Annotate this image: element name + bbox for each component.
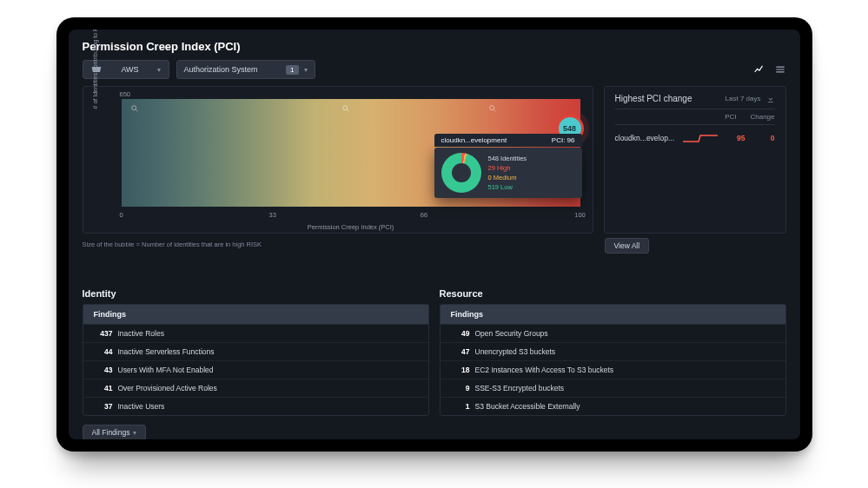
svg-point-0 bbox=[132, 106, 136, 110]
zoom-icon[interactable] bbox=[130, 104, 139, 113]
donut-icon bbox=[441, 153, 481, 193]
tooltip-name: cloudkn...evelopment bbox=[441, 136, 507, 144]
x-tick: 66 bbox=[421, 211, 427, 219]
y-axis-label: # of Identities contributing to PCI bbox=[92, 30, 98, 109]
svg-point-1 bbox=[343, 106, 348, 110]
range-label: Last 7 days bbox=[726, 95, 761, 102]
sparkline-icon bbox=[683, 132, 718, 144]
resource-subheader: Findings bbox=[441, 305, 785, 324]
app-screen: Permission Creep Index (PCI) AWS ▾ Autho… bbox=[69, 30, 800, 439]
entry-name: cloudkn...evelop... bbox=[615, 134, 683, 142]
auth-system-dropdown[interactable]: Authorization System 1 ▾ bbox=[176, 60, 315, 79]
chevron-down-icon: ▾ bbox=[133, 429, 136, 437]
finding-item[interactable]: 37Inactive Users bbox=[83, 397, 428, 415]
all-findings-label: All Findings bbox=[92, 428, 130, 437]
toolbar: AWS ▾ Authorization System 1 ▾ bbox=[83, 60, 786, 79]
auth-count-badge: 1 bbox=[286, 65, 298, 75]
chevron-down-icon: ▾ bbox=[157, 66, 161, 74]
zoom-icon[interactable] bbox=[341, 104, 350, 113]
provider-label: AWS bbox=[121, 65, 138, 74]
download-icon[interactable] bbox=[766, 95, 775, 103]
legend-medium: 0 Medium bbox=[488, 174, 527, 181]
device-frame: Permission Creep Index (PCI) AWS ▾ Autho… bbox=[56, 17, 812, 452]
range-selector[interactable]: Last 7 days bbox=[726, 95, 775, 103]
view-toggle bbox=[753, 63, 786, 76]
page-title: Permission Creep Index (PCI) bbox=[83, 40, 786, 53]
th-pci: PCI bbox=[725, 113, 736, 121]
identity-subheader: Findings bbox=[83, 305, 428, 324]
x-axis-label: Permission Creep Index (PCI) bbox=[308, 223, 394, 231]
finding-item[interactable]: 437Inactive Roles bbox=[83, 324, 428, 342]
tooltip-legend: 548 Identities 29 High 0 Medium 519 Low bbox=[488, 155, 527, 191]
pci-chart-panel: 650 # of Identities contributing to PCI … bbox=[83, 86, 593, 234]
x-tick: 0 bbox=[119, 211, 123, 219]
chart-area: 650 # of Identities contributing to PCI … bbox=[122, 99, 580, 207]
identity-column: Identity Findings 437Inactive Roles44Ina… bbox=[83, 288, 429, 439]
identity-title: Identity bbox=[83, 288, 429, 299]
x-tick: 33 bbox=[269, 211, 276, 219]
x-tick: 100 bbox=[574, 211, 586, 219]
bubble-tooltip: cloudkn...evelopment PCI: 96 548 Identit… bbox=[434, 148, 582, 198]
all-findings-button[interactable]: All Findings ▾ bbox=[83, 425, 147, 439]
zoom-icon[interactable] bbox=[488, 104, 497, 113]
finding-item[interactable]: 1S3 Bucket Accessible Externally bbox=[441, 397, 785, 415]
resource-findings-box: Findings 49Open Security Groups47Unencry… bbox=[440, 304, 786, 416]
entry-pci: 95 bbox=[725, 134, 745, 142]
legend-high: 29 High bbox=[488, 164, 527, 172]
identity-findings-box: Findings 437Inactive Roles44Inactive Ser… bbox=[83, 304, 429, 416]
entry-change: 0 bbox=[745, 134, 775, 142]
legend-total: 548 Identities bbox=[488, 155, 527, 162]
findings-row: Identity Findings 437Inactive Roles44Ina… bbox=[83, 288, 786, 439]
finding-item[interactable]: 9SSE-S3 Encrypted buckets bbox=[441, 379, 785, 397]
chevron-down-icon: ▾ bbox=[304, 66, 308, 74]
resource-column: Resource Findings 49Open Security Groups… bbox=[440, 288, 786, 439]
list-view-icon[interactable] bbox=[774, 63, 786, 76]
auth-label: Authorization System bbox=[184, 65, 258, 74]
tooltip-pci: PCI: 96 bbox=[552, 136, 575, 144]
finding-item[interactable]: 41Over Provisioned Active Roles bbox=[83, 379, 428, 397]
highest-pci-change-panel: Highest PCI change Last 7 days PCI Chang… bbox=[604, 86, 786, 234]
chart-view-icon[interactable] bbox=[753, 63, 765, 76]
change-table-header: PCI Change bbox=[615, 109, 775, 125]
th-change: Change bbox=[750, 113, 774, 121]
finding-item[interactable]: 43Users With MFA Not Enabled bbox=[83, 360, 428, 379]
change-panel-title: Highest PCI change bbox=[615, 94, 692, 103]
view-all-button[interactable]: View All bbox=[605, 238, 650, 254]
finding-item[interactable]: 47Unencrypted S3 buckets bbox=[441, 342, 785, 360]
resource-title: Resource bbox=[440, 288, 786, 299]
finding-item[interactable]: 49Open Security Groups bbox=[441, 324, 785, 342]
chart-caption: Size of the bubble = Number of identitie… bbox=[83, 241, 786, 248]
top-row: 650 # of Identities contributing to PCI … bbox=[83, 86, 786, 234]
legend-low: 519 Low bbox=[488, 183, 527, 191]
finding-item[interactable]: 44Inactive Serverless Functions bbox=[83, 342, 428, 360]
finding-item[interactable]: 18EC2 Instances With Access To S3 bucket… bbox=[441, 360, 785, 379]
svg-point-2 bbox=[490, 106, 494, 110]
change-table-row[interactable]: cloudkn...evelop... 95 0 bbox=[615, 132, 775, 144]
y-max: 650 bbox=[120, 90, 131, 98]
